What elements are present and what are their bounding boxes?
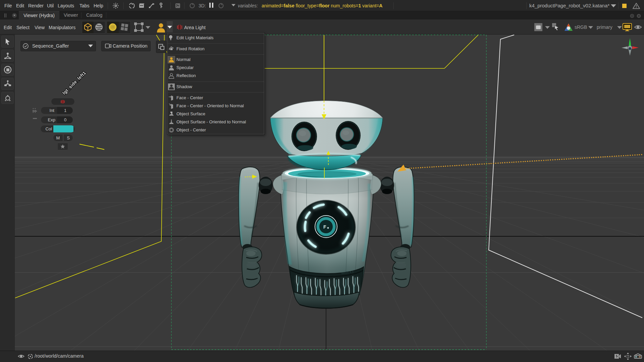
svg-text:F: F [323,224,326,230]
